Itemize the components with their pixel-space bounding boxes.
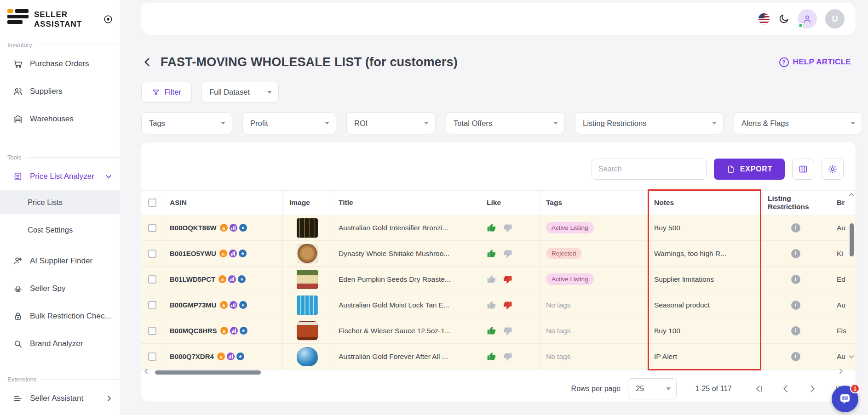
thumbs-down-icon[interactable] bbox=[503, 223, 512, 233]
info-icon[interactable]: i bbox=[791, 352, 800, 361]
stats-icon[interactable] bbox=[230, 224, 237, 232]
product-image[interactable] bbox=[297, 321, 318, 341]
account-icon[interactable] bbox=[798, 9, 817, 28]
sidebar-item-price-list-analyzer[interactable]: Price List Analyzer bbox=[0, 163, 120, 190]
sidebar-subitem-cost-settings[interactable]: Cost Settings bbox=[0, 218, 120, 242]
product-image[interactable] bbox=[297, 296, 318, 315]
thumbs-up-icon[interactable] bbox=[487, 326, 496, 335]
roi-filter-select[interactable]: ROI bbox=[346, 112, 436, 134]
sidebar-item-warehouses[interactable]: Warehouses bbox=[0, 105, 120, 133]
total-offers-filter-select[interactable]: Total Offers bbox=[446, 112, 565, 134]
vertical-scrollbar[interactable] bbox=[850, 223, 854, 256]
stats-icon[interactable] bbox=[229, 250, 237, 257]
sidebar-item-suppliers[interactable]: Suppliers bbox=[0, 78, 120, 105]
asin-link[interactable]: B000Q7XDR4 bbox=[170, 352, 214, 360]
info-icon[interactable]: i bbox=[791, 326, 800, 335]
table-settings-button[interactable] bbox=[822, 159, 844, 180]
amazon-icon[interactable]: a bbox=[220, 224, 228, 232]
stats-icon[interactable] bbox=[227, 352, 235, 360]
thumbs-down-icon[interactable] bbox=[503, 326, 512, 335]
first-page-button[interactable] bbox=[754, 384, 764, 394]
filter-button[interactable]: Filter bbox=[141, 82, 192, 102]
thumbs-up-icon[interactable] bbox=[487, 352, 496, 361]
asin-link[interactable]: B00OQKT86W bbox=[170, 224, 217, 232]
product-image[interactable] bbox=[297, 244, 318, 263]
column-header-title[interactable]: Title bbox=[332, 191, 480, 215]
row-checkbox[interactable] bbox=[148, 275, 156, 284]
listing-restrictions-filter-select[interactable]: Listing Restrictions bbox=[575, 112, 724, 134]
column-header-like[interactable]: Like bbox=[480, 191, 540, 215]
select-all-checkbox[interactable] bbox=[148, 199, 156, 207]
amazon-icon[interactable]: a bbox=[218, 275, 226, 283]
amazon-icon[interactable]: a bbox=[217, 352, 225, 360]
info-icon[interactable]: i bbox=[791, 301, 800, 310]
vscroll-down-arrow-icon[interactable] bbox=[848, 353, 855, 360]
dark-mode-icon[interactable] bbox=[778, 13, 789, 24]
dataset-select[interactable]: Full Dataset bbox=[201, 82, 279, 102]
thumbs-down-icon[interactable] bbox=[503, 275, 512, 284]
previous-page-button[interactable] bbox=[781, 384, 791, 394]
tags-filter-select[interactable]: Tags bbox=[141, 112, 232, 134]
keepa-icon[interactable]: * bbox=[239, 250, 247, 257]
sidebar-item-ai-supplier-finder[interactable]: AI Supplier Finder bbox=[0, 247, 120, 275]
profit-filter-select[interactable]: Profit bbox=[242, 112, 336, 134]
amazon-icon[interactable]: a bbox=[219, 250, 227, 257]
column-header-tags[interactable]: Tags bbox=[540, 191, 648, 215]
column-header-asin[interactable]: ASIN bbox=[163, 191, 283, 215]
vscroll-up-arrow-icon[interactable] bbox=[848, 191, 855, 199]
thumbs-up-icon[interactable] bbox=[487, 275, 496, 284]
product-image[interactable] bbox=[297, 347, 318, 366]
keepa-icon[interactable]: * bbox=[236, 352, 244, 360]
asin-link[interactable]: B00GMP73MU bbox=[170, 301, 217, 309]
note-cell[interactable]: IP Alert bbox=[648, 344, 761, 369]
keepa-icon[interactable]: * bbox=[240, 327, 247, 335]
product-image[interactable] bbox=[297, 218, 318, 238]
keepa-icon[interactable]: * bbox=[239, 224, 247, 232]
sidebar-subitem-price-lists[interactable]: Price Lists bbox=[0, 190, 120, 214]
hscroll-right-arrow-icon[interactable] bbox=[837, 368, 845, 375]
asin-link[interactable]: B01LWD5PCT bbox=[170, 275, 215, 283]
sidebar-collapse-icon[interactable] bbox=[103, 14, 113, 24]
thumbs-up-icon[interactable] bbox=[487, 223, 496, 233]
thumbs-up-icon[interactable] bbox=[487, 301, 496, 310]
amazon-icon[interactable]: a bbox=[220, 301, 228, 309]
rows-per-page-select[interactable]: 25 bbox=[628, 378, 677, 399]
sidebar-item-seller-assistant-extension[interactable]: Seller Assistant bbox=[0, 385, 120, 412]
chat-widget-button[interactable]: 1 bbox=[832, 386, 858, 412]
note-cell[interactable]: Buy 100 bbox=[648, 318, 761, 343]
product-image[interactable] bbox=[297, 270, 318, 289]
sidebar-item-brand-analyzer[interactable]: Brand Analyzer bbox=[0, 330, 120, 358]
thumbs-down-icon[interactable] bbox=[503, 249, 512, 258]
row-checkbox[interactable] bbox=[148, 327, 156, 335]
row-checkbox[interactable] bbox=[148, 301, 156, 309]
back-icon[interactable] bbox=[141, 56, 153, 68]
help-article-link[interactable]: ? HELP ARTICLE bbox=[779, 57, 851, 67]
amazon-icon[interactable]: a bbox=[220, 327, 228, 335]
columns-settings-button[interactable] bbox=[792, 159, 814, 180]
thumbs-down-icon[interactable] bbox=[503, 352, 512, 361]
keepa-icon[interactable]: * bbox=[239, 301, 247, 309]
stats-icon[interactable] bbox=[228, 275, 236, 283]
export-button[interactable]: EXPORT bbox=[714, 159, 785, 180]
user-avatar[interactable]: U bbox=[825, 9, 845, 28]
asin-link[interactable]: B001EO5YWU bbox=[170, 250, 216, 257]
horizontal-scrollbar[interactable] bbox=[155, 370, 261, 375]
language-flag-icon[interactable] bbox=[758, 13, 770, 25]
info-icon[interactable]: i bbox=[791, 275, 800, 284]
column-header-image[interactable]: Image bbox=[283, 191, 332, 215]
row-checkbox[interactable] bbox=[148, 250, 156, 258]
sidebar-item-bulk-restriction-checker[interactable]: Bulk Restriction Chec... bbox=[0, 302, 120, 330]
note-cell[interactable]: Supplier limitations bbox=[648, 267, 761, 292]
stats-icon[interactable] bbox=[230, 327, 238, 335]
row-checkbox[interactable] bbox=[148, 224, 156, 232]
asin-link[interactable]: B00MQC8HRS bbox=[170, 327, 217, 335]
thumbs-down-icon[interactable] bbox=[503, 301, 512, 310]
column-header-listing-restrictions[interactable]: Listing Restrictions bbox=[761, 191, 830, 215]
next-page-button[interactable] bbox=[807, 384, 817, 394]
row-checkbox[interactable] bbox=[148, 352, 156, 361]
column-header-notes[interactable]: Notes bbox=[648, 191, 761, 215]
note-cell[interactable]: Buy 500 bbox=[648, 215, 761, 240]
sidebar-item-seller-spy[interactable]: Seller Spy bbox=[0, 275, 120, 302]
alerts-flags-filter-select[interactable]: Alerts & Flags bbox=[734, 112, 862, 134]
thumbs-up-icon[interactable] bbox=[487, 249, 496, 258]
